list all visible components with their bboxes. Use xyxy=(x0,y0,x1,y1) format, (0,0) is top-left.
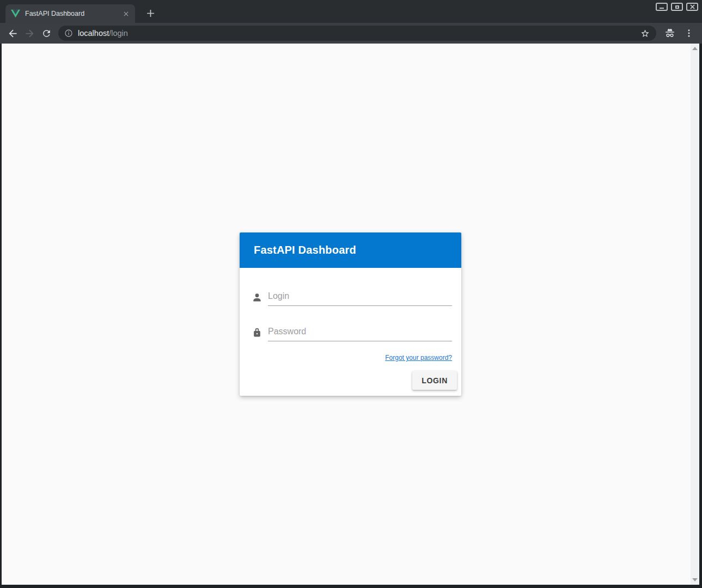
back-button[interactable] xyxy=(4,25,21,41)
close-button[interactable] xyxy=(686,3,698,11)
maximize-button[interactable] xyxy=(671,3,683,11)
kebab-menu-icon xyxy=(684,28,694,38)
card-header: FastAPI Dashboard xyxy=(240,232,461,268)
menu-button[interactable] xyxy=(681,26,697,41)
forward-arrow-icon xyxy=(24,28,35,39)
login-card: FastAPI Dashboard Forgot your passwo xyxy=(240,232,461,396)
url-text: localhost/login xyxy=(78,29,638,38)
scrollbar[interactable] xyxy=(691,44,699,585)
star-icon xyxy=(640,29,650,38)
forgot-password-link[interactable]: Forgot your password? xyxy=(385,354,452,362)
address-bar[interactable]: localhost/login xyxy=(58,26,656,41)
back-arrow-icon xyxy=(7,28,19,39)
card-body: Forgot your password? LOGIN xyxy=(240,268,461,396)
bookmark-button[interactable] xyxy=(638,26,652,40)
forward-button[interactable] xyxy=(21,25,38,41)
reload-icon xyxy=(41,28,52,39)
tab-strip: FastAPI Dashboard xyxy=(0,0,702,23)
url-host: localhost xyxy=(78,29,109,38)
browser-tab[interactable]: FastAPI Dashboard xyxy=(5,4,135,23)
new-tab-button[interactable] xyxy=(143,5,158,21)
info-icon xyxy=(64,29,73,38)
forgot-password-row: Forgot your password? xyxy=(252,352,452,362)
page-content: FastAPI Dashboard Forgot your passwo xyxy=(0,44,702,588)
vue-logo-icon xyxy=(11,9,20,18)
lock-icon xyxy=(252,327,263,338)
password-field-row xyxy=(252,324,452,341)
password-input[interactable] xyxy=(268,324,452,341)
scroll-up-arrow-icon[interactable] xyxy=(692,47,698,50)
tab-close-icon[interactable] xyxy=(121,9,131,19)
minimize-icon xyxy=(660,8,664,9)
login-input[interactable] xyxy=(268,289,452,306)
reload-button[interactable] xyxy=(38,25,55,41)
toolbar: localhost/login xyxy=(0,23,702,44)
login-field-row xyxy=(252,289,452,306)
browser-window: FastAPI Dashboard xyxy=(0,0,702,588)
window-controls xyxy=(656,3,698,11)
login-button[interactable]: LOGIN xyxy=(412,371,457,390)
close-icon xyxy=(690,4,695,9)
tab-title: FastAPI Dashboard xyxy=(25,10,121,17)
card-actions: LOGIN xyxy=(252,371,457,390)
incognito-icon xyxy=(662,25,678,41)
person-icon xyxy=(252,292,263,303)
site-info-button[interactable] xyxy=(62,26,76,40)
maximize-icon xyxy=(675,5,679,9)
scroll-down-arrow-icon[interactable] xyxy=(692,578,698,581)
minimize-button[interactable] xyxy=(656,3,668,11)
url-path: /login xyxy=(109,29,128,38)
card-title: FastAPI Dashboard xyxy=(254,244,356,256)
